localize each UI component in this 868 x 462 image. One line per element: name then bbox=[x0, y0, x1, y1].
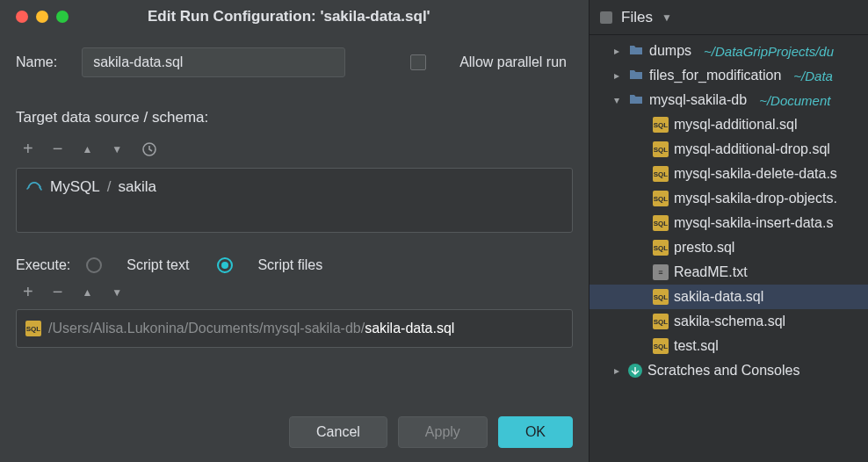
name-row: Name: Allow parallel run bbox=[16, 47, 573, 77]
folder-icon bbox=[628, 67, 644, 85]
mysql-icon bbox=[25, 176, 43, 198]
tree-item-label: mysql-additional.sql bbox=[674, 117, 798, 133]
folder-icon bbox=[628, 42, 644, 61]
files-header[interactable]: Files ▼ bbox=[590, 0, 868, 35]
tree-folder[interactable]: ▸dumps~/DataGripProjects/du bbox=[590, 39, 868, 63]
tree-item-label: dumps bbox=[649, 43, 691, 59]
execute-row: Execute: Script text Script files bbox=[16, 257, 573, 273]
chevron-right-icon[interactable]: ▸ bbox=[611, 45, 623, 57]
tree-file[interactable]: ▸SQLmysql-additional-drop.sql bbox=[590, 137, 868, 162]
txt-file-icon: ≡ bbox=[653, 264, 669, 280]
move-down-button[interactable]: ▼ bbox=[112, 143, 122, 155]
tree-item-label: files_for_modification bbox=[649, 68, 781, 83]
tree-file[interactable]: ▸SQLsakila-schema.sql bbox=[590, 309, 868, 334]
sql-file-icon: SQL bbox=[25, 321, 41, 336]
files-tool-window: Files ▼ ▸dumps~/DataGripProjects/du▸file… bbox=[589, 0, 868, 462]
tree-folder[interactable]: ▾mysql-sakila-db~/Document bbox=[590, 88, 868, 112]
history-icon[interactable] bbox=[141, 141, 157, 157]
file-path-name: sakila-data.sql bbox=[365, 321, 454, 336]
tree-file[interactable]: ▸SQLsakila-data.sql bbox=[590, 285, 868, 309]
window-close-icon[interactable] bbox=[16, 11, 28, 23]
ok-button[interactable]: OK bbox=[498, 416, 573, 448]
tree-item-label: ReadME.txt bbox=[674, 264, 748, 280]
tree-item-path: ~/DataGripProjects/du bbox=[704, 44, 834, 59]
tree-file[interactable]: ▸SQLtest.sql bbox=[590, 334, 868, 358]
run-config-dialog: Edit Run Configuration: 'sakila-data.sql… bbox=[0, 0, 589, 462]
name-input[interactable] bbox=[82, 47, 345, 77]
tree-item-path: ~/Document bbox=[759, 93, 830, 108]
target-datasource-label: Target data source / schema: bbox=[16, 109, 573, 126]
window-minimize-icon[interactable] bbox=[36, 11, 48, 23]
file-tree[interactable]: ▸dumps~/DataGripProjects/du▸files_for_mo… bbox=[590, 35, 868, 383]
folder-icon bbox=[628, 91, 644, 110]
tree-item-label: mysql-sakila-db bbox=[649, 92, 747, 108]
tree-item-label: mysql-additional-drop.sql bbox=[674, 141, 830, 157]
tree-file[interactable]: ▸SQLmysql-sakila-delete-data.s bbox=[590, 162, 868, 186]
tree-item-label: mysql-sakila-insert-data.s bbox=[674, 215, 833, 231]
tree-file[interactable]: ▸SQLmysql-sakila-insert-data.s bbox=[590, 211, 868, 235]
tree-file[interactable]: ▸≡ReadME.txt bbox=[590, 260, 868, 285]
chevron-right-icon[interactable]: ▸ bbox=[611, 69, 623, 82]
window-traffic-lights bbox=[16, 11, 69, 23]
chevron-down-icon[interactable]: ▾ bbox=[611, 94, 623, 106]
sql-file-icon: SQL bbox=[653, 141, 669, 157]
apply-button[interactable]: Apply bbox=[398, 416, 488, 448]
file-move-down-button[interactable]: ▼ bbox=[112, 286, 122, 299]
script-file-path-box[interactable]: SQL /Users/Alisa.Lukonina/Documents/mysq… bbox=[16, 309, 573, 348]
files-title: Files bbox=[621, 9, 653, 26]
tree-folder[interactable]: ▸files_for_modification~/Data bbox=[590, 63, 868, 88]
file-move-up-button[interactable]: ▲ bbox=[82, 286, 92, 299]
chevron-down-icon[interactable]: ▼ bbox=[662, 11, 672, 24]
name-label: Name: bbox=[16, 54, 57, 70]
datasource-item[interactable]: MySQL / sakila bbox=[25, 176, 156, 198]
datasource-schema: sakila bbox=[118, 178, 156, 196]
tree-folder[interactable]: ▸Scratches and Consoles bbox=[590, 358, 868, 383]
move-up-button[interactable]: ▲ bbox=[82, 143, 92, 155]
execute-label: Execute: bbox=[16, 257, 70, 273]
titlebar: Edit Run Configuration: 'sakila-data.sql… bbox=[16, 0, 573, 33]
allow-parallel-checkbox[interactable] bbox=[410, 54, 426, 70]
sql-file-icon: SQL bbox=[653, 117, 669, 133]
datasource-sep: / bbox=[107, 178, 112, 196]
tree-item-label: mysql-sakila-drop-objects. bbox=[674, 191, 837, 206]
sql-file-icon: SQL bbox=[653, 314, 669, 329]
tree-item-path: ~/Data bbox=[793, 69, 833, 83]
add-file-button[interactable]: + bbox=[23, 282, 33, 302]
sql-file-icon: SQL bbox=[653, 215, 669, 231]
remove-file-button[interactable]: − bbox=[53, 282, 63, 302]
cancel-button[interactable]: Cancel bbox=[289, 416, 387, 448]
sql-file-icon: SQL bbox=[653, 240, 669, 256]
radio-script-text-label: Script text bbox=[127, 257, 189, 273]
tree-file[interactable]: ▸SQLmysql-sakila-drop-objects. bbox=[590, 186, 868, 211]
tree-file[interactable]: ▸SQLpresto.sql bbox=[590, 235, 868, 260]
scratches-icon bbox=[628, 364, 642, 378]
remove-datasource-button[interactable]: − bbox=[53, 139, 63, 159]
tree-item-label: test.sql bbox=[674, 338, 719, 354]
dialog-title: Edit Run Configuration: 'sakila-data.sql… bbox=[148, 8, 430, 25]
file-path-dir: /Users/Alisa.Lukonina/Documents/mysql-sa… bbox=[48, 321, 365, 336]
datasource-list[interactable]: MySQL / sakila bbox=[16, 168, 573, 233]
tree-item-label: sakila-schema.sql bbox=[674, 314, 785, 329]
tree-item-label: Scratches and Consoles bbox=[647, 363, 799, 379]
files-toolbar: + − ▲ ▼ bbox=[16, 282, 573, 302]
dialog-button-bar: Cancel Apply OK bbox=[289, 416, 573, 448]
sql-file-icon: SQL bbox=[653, 166, 669, 182]
tree-item-label: mysql-sakila-delete-data.s bbox=[674, 166, 837, 182]
sql-file-icon: SQL bbox=[653, 338, 669, 354]
radio-script-files-label: Script files bbox=[257, 257, 322, 273]
radio-script-files[interactable] bbox=[217, 257, 233, 273]
project-icon bbox=[600, 11, 612, 24]
chevron-right-icon[interactable]: ▸ bbox=[611, 365, 623, 377]
allow-parallel-label: Allow parallel run bbox=[459, 54, 567, 70]
sql-file-icon: SQL bbox=[653, 289, 669, 305]
window-zoom-icon[interactable] bbox=[56, 11, 69, 23]
add-datasource-button[interactable]: + bbox=[23, 139, 33, 159]
datasource-toolbar: + − ▲ ▼ bbox=[16, 139, 573, 159]
radio-script-text[interactable] bbox=[86, 257, 102, 273]
tree-file[interactable]: ▸SQLmysql-additional.sql bbox=[590, 112, 868, 137]
tree-item-label: sakila-data.sql bbox=[674, 289, 763, 305]
datasource-db: MySQL bbox=[50, 178, 100, 196]
tree-item-label: presto.sql bbox=[674, 240, 734, 256]
sql-file-icon: SQL bbox=[653, 191, 669, 206]
